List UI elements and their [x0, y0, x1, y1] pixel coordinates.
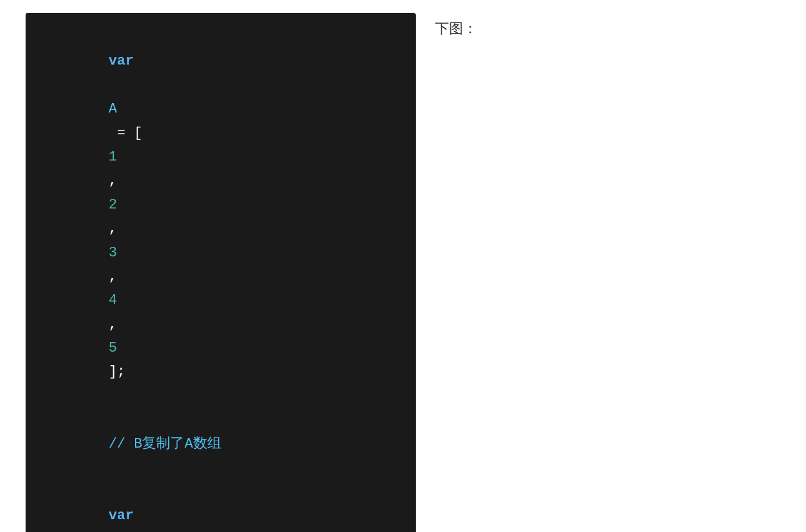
keyword-var-1: var	[109, 53, 134, 69]
var-a: A	[109, 101, 117, 117]
right-text: 下图：	[435, 13, 477, 38]
caption-text: 下图：	[435, 20, 477, 36]
code-block: var A = [ 1 , 2 , 3 , 4 , 5 ]; // B复制了A数…	[26, 13, 416, 532]
code-line-1: var A = [ 1 , 2 , 3 , 4 , 5 ];	[41, 26, 400, 408]
keyword-var-2: var	[109, 508, 134, 524]
code-line-2: // B复制了A数组	[41, 408, 400, 480]
page-content: var A = [ 1 , 2 , 3 , 4 , 5 ]; // B复制了A数…	[0, 0, 806, 532]
code-and-text-section: var A = [ 1 , 2 , 3 , 4 , 5 ]; // B复制了A数…	[26, 13, 780, 532]
code-line-3: var B = A ;	[41, 480, 400, 532]
